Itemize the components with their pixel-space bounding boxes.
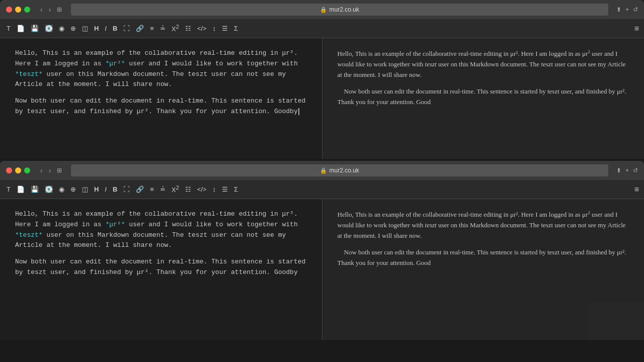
tab-icon-bottom: ⊞ xyxy=(57,167,65,174)
back-button-bottom[interactable]: ‹ xyxy=(38,165,45,175)
image-icon[interactable]: ⛶ xyxy=(122,24,131,33)
preview-teszt-bottom: teszt xyxy=(425,221,437,229)
indent-icon[interactable]: ↕ xyxy=(211,24,217,33)
traffic-lights-bottom xyxy=(6,167,30,173)
editor-paragraph-1: Hello, This is an example of the collabo… xyxy=(15,48,307,90)
indent-icon-bottom[interactable]: ↕ xyxy=(211,185,217,194)
titlebar-top: ‹ › ⊞ 🔒 mur2.co.uk ⬆ + ↺ xyxy=(0,0,644,19)
highlight-user: *μr²* xyxy=(105,60,125,67)
highlight-teszt-bottom: *teszt* xyxy=(15,231,43,239)
share-icon[interactable]: ⬆ xyxy=(616,6,621,13)
traffic-lights-top xyxy=(6,7,30,13)
menu-icon-top[interactable]: ≡ xyxy=(634,24,639,33)
menu-icon-bottom[interactable]: ≡ xyxy=(634,185,639,194)
content-area-bottom: Hello, This is an example of the collabo… xyxy=(0,199,644,340)
text-icon-bottom[interactable]: T xyxy=(5,185,12,194)
circle-icon-bottom[interactable]: ◉ xyxy=(57,185,66,194)
file-icon-bottom[interactable]: 📄 xyxy=(15,185,26,194)
url-text-top: mur2.co.uk xyxy=(329,6,359,13)
ordered-list-icon[interactable]: ≟ xyxy=(158,24,167,33)
toolbar-top: T 📄 💾 💽 ◉ ⊕ ◫ H I B ⛶ 🔗 ≡ ≟ X2 ☷ </> ↕ ☰… xyxy=(0,19,644,38)
editor-pane-top[interactable]: Hello, This is an example of the collabo… xyxy=(0,38,323,159)
back-button-top[interactable]: ‹ xyxy=(38,5,45,15)
nav-buttons-top: ‹ › xyxy=(38,5,53,15)
file-icon[interactable]: 📄 xyxy=(15,24,26,33)
address-bar-top[interactable]: 🔒 mur2.co.uk xyxy=(71,4,608,16)
reload-icon[interactable]: ↺ xyxy=(633,6,638,13)
new-tab-icon[interactable]: + xyxy=(625,6,629,13)
preview-paragraph-2-bottom: Now both user can edit the document in r… xyxy=(338,247,629,268)
close-button-bottom[interactable] xyxy=(6,167,12,173)
link-icon-bottom[interactable]: 🔗 xyxy=(134,185,145,194)
plus-circle-icon-bottom[interactable]: ⊕ xyxy=(69,185,77,194)
browser-window-top: ‹ › ⊞ 🔒 mur2.co.uk ⬆ + ↺ T 📄 💾 💽 ◉ ⊕ ◫ H… xyxy=(0,0,644,159)
highlight-user-bottom: *μr²* xyxy=(105,221,125,228)
bold-icon[interactable]: B xyxy=(111,24,119,33)
align-icon[interactable]: ☰ xyxy=(220,24,229,33)
disk-icon[interactable]: 💽 xyxy=(43,24,54,33)
preview-pane-top: Hello, This is an example of the collabo… xyxy=(323,38,645,159)
text-cursor xyxy=(298,108,299,115)
reload-icon-bottom[interactable]: ↺ xyxy=(633,167,638,174)
link-icon[interactable]: 🔗 xyxy=(134,24,145,33)
circle-icon[interactable]: ◉ xyxy=(57,24,66,33)
preview-teszt: teszt xyxy=(425,60,437,68)
preview-paragraph-1-bottom: Hello, This is an example of the collabo… xyxy=(338,209,629,241)
editor-paragraph-2-bottom: Now both user can edit the document in r… xyxy=(15,257,307,278)
bold-icon-bottom[interactable]: B xyxy=(111,185,119,194)
save-icon[interactable]: 💾 xyxy=(29,24,40,33)
grid-icon-bottom[interactable]: ◫ xyxy=(80,185,90,194)
italic-icon-bottom[interactable]: I xyxy=(103,185,108,194)
heading-icon[interactable]: H xyxy=(93,24,100,33)
ordered-list-icon-bottom[interactable]: ≟ xyxy=(158,185,167,194)
preview-paragraph-1: Hello, This is an example of the collabo… xyxy=(338,48,629,80)
plus-circle-icon[interactable]: ⊕ xyxy=(69,24,77,33)
forward-button-bottom[interactable]: › xyxy=(47,165,53,175)
editor-paragraph-1-bottom: Hello, This is an example of the collabo… xyxy=(15,209,307,251)
italic-icon[interactable]: I xyxy=(103,24,108,33)
shadow-overlay xyxy=(589,302,644,340)
share-icon-bottom[interactable]: ⬆ xyxy=(616,167,621,174)
sigma-icon[interactable]: Σ xyxy=(232,24,239,33)
code-icon-bottom[interactable]: </> xyxy=(196,185,208,194)
content-area-top: Hello, This is an example of the collabo… xyxy=(0,38,644,159)
toolbar-bottom: T 📄 💾 💽 ◉ ⊕ ◫ H I B ⛶ 🔗 ≡ ≟ X2 ☷ </> ↕ ☰… xyxy=(0,180,644,199)
maximize-button-bottom[interactable] xyxy=(24,167,30,173)
highlight-teszt: *teszt* xyxy=(15,70,43,78)
browser-window-bottom: ‹ › ⊞ 🔒 mur2.co.uk ⬆ + ↺ T 📄 💾 💽 ◉ ⊕ ◫ H… xyxy=(0,161,644,340)
list-icon[interactable]: ≡ xyxy=(148,24,155,33)
grid-icon[interactable]: ◫ xyxy=(80,24,90,33)
align-icon-bottom[interactable]: ☰ xyxy=(220,185,229,194)
url-text-bottom: mur2.co.uk xyxy=(329,167,359,174)
table-icon-bottom[interactable]: ☷ xyxy=(184,185,193,194)
editor-pane-bottom[interactable]: Hello, This is an example of the collabo… xyxy=(0,199,323,340)
code-icon[interactable]: </> xyxy=(196,24,208,33)
text-icon[interactable]: T xyxy=(5,24,12,33)
close-button[interactable] xyxy=(6,7,12,13)
titlebar-actions-bottom: ⬆ + ↺ xyxy=(616,167,638,174)
nav-buttons-bottom: ‹ › xyxy=(38,165,53,175)
titlebar-actions-top: ⬆ + ↺ xyxy=(616,6,638,13)
titlebar-bottom: ‹ › ⊞ 🔒 mur2.co.uk ⬆ + ↺ xyxy=(0,161,644,180)
sigma-icon-bottom[interactable]: Σ xyxy=(232,185,239,194)
maximize-button[interactable] xyxy=(24,7,30,13)
minimize-button[interactable] xyxy=(15,7,21,13)
tab-icon: ⊞ xyxy=(57,6,65,13)
preview-paragraph-2: Now both user can edit the document in r… xyxy=(338,86,629,108)
save-icon-bottom[interactable]: 💾 xyxy=(29,185,40,194)
new-tab-icon-bottom[interactable]: + xyxy=(625,167,629,174)
minimize-button-bottom[interactable] xyxy=(15,167,21,173)
superscript-icon[interactable]: X2 xyxy=(170,23,181,34)
lock-icon: 🔒 xyxy=(320,7,327,13)
superscript-icon-bottom[interactable]: X2 xyxy=(170,184,181,195)
address-bar-bottom[interactable]: 🔒 mur2.co.uk xyxy=(71,164,608,176)
disk-icon-bottom[interactable]: 💽 xyxy=(43,185,54,194)
table-icon[interactable]: ☷ xyxy=(184,24,193,33)
image-icon-bottom[interactable]: ⛶ xyxy=(122,185,131,194)
lock-icon-bottom: 🔒 xyxy=(320,167,327,174)
list-icon-bottom[interactable]: ≡ xyxy=(148,185,155,194)
editor-paragraph-2: Now both user can edit the document in r… xyxy=(15,96,307,117)
heading-icon-bottom[interactable]: H xyxy=(93,185,100,194)
forward-button-top[interactable]: › xyxy=(47,5,53,15)
